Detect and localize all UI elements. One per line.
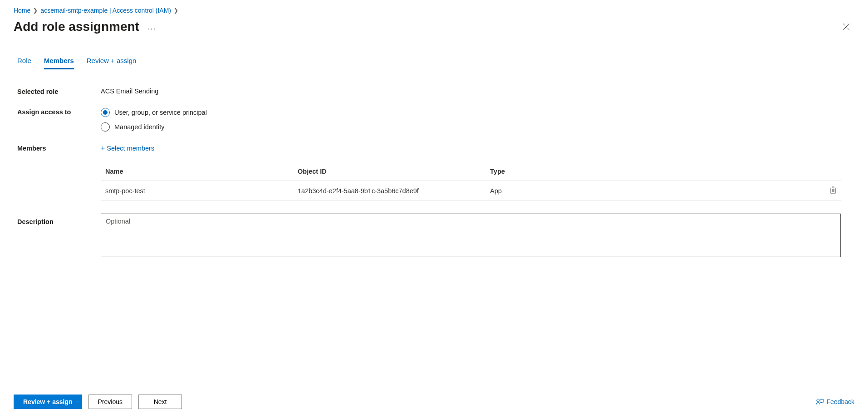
next-button[interactable]: Next (138, 395, 182, 409)
members-label: Members (17, 144, 101, 152)
more-actions-icon[interactable]: ⋯ (147, 20, 156, 34)
selected-role-label: Selected role (17, 88, 101, 95)
table-row: smtp-poc-test 1a2b3c4d-e2f4-5aa8-9b1c-3a… (101, 181, 841, 201)
description-input[interactable] (101, 214, 841, 257)
breadcrumb-resource[interactable]: acsemail-smtp-example | Access control (… (40, 7, 171, 14)
page-title: Add role assignment (14, 19, 139, 34)
tab-role[interactable]: Role (17, 57, 31, 69)
svg-point-10 (816, 399, 819, 402)
selected-role-value: ACS Email Sending (101, 88, 854, 95)
breadcrumb-home[interactable]: Home (14, 7, 30, 14)
trash-icon[interactable] (830, 186, 836, 194)
select-members-link[interactable]: + Select members (101, 144, 154, 152)
select-members-text: Select members (107, 145, 154, 152)
cell-object-id: 1a2b3c4d-e2f4-5aa8-9b1c-3a5b6c7d8e9f (293, 181, 485, 201)
radio-managed-identity[interactable]: Managed identity (101, 122, 207, 132)
members-table: Name Object ID Type smtp-poc-test 1a2b3c… (101, 162, 841, 201)
radio-selected-icon (101, 108, 110, 117)
cell-type: App (485, 181, 678, 201)
tab-review[interactable]: Review + assign (87, 57, 137, 69)
breadcrumb: Home ❯ acsemail-smtp-example | Access co… (14, 7, 854, 14)
feedback-icon (816, 398, 824, 405)
tabs: Role Members Review + assign (17, 57, 854, 69)
review-assign-button[interactable]: Review + assign (14, 395, 82, 409)
plus-icon: + (101, 144, 105, 152)
footer-bar: Review + assign Previous Next Feedback (0, 387, 868, 414)
close-icon[interactable] (843, 23, 854, 30)
radio-unselected-icon (101, 122, 110, 132)
description-label: Description (17, 214, 101, 225)
tab-members[interactable]: Members (44, 57, 74, 69)
table-header-name: Name (101, 162, 293, 181)
radio-user-label: User, group, or service principal (114, 109, 207, 116)
assign-access-label: Assign access to (17, 108, 101, 116)
chevron-right-icon: ❯ (174, 7, 178, 14)
previous-button[interactable]: Previous (88, 395, 132, 409)
feedback-link[interactable]: Feedback (816, 398, 854, 405)
feedback-text: Feedback (827, 398, 854, 405)
radio-user-group-principal[interactable]: User, group, or service principal (101, 108, 207, 117)
radio-managed-label: Managed identity (114, 123, 164, 131)
chevron-right-icon: ❯ (33, 7, 38, 14)
cell-name: smtp-poc-test (101, 181, 293, 201)
table-header-type: Type (485, 162, 678, 181)
table-header-object-id: Object ID (293, 162, 485, 181)
